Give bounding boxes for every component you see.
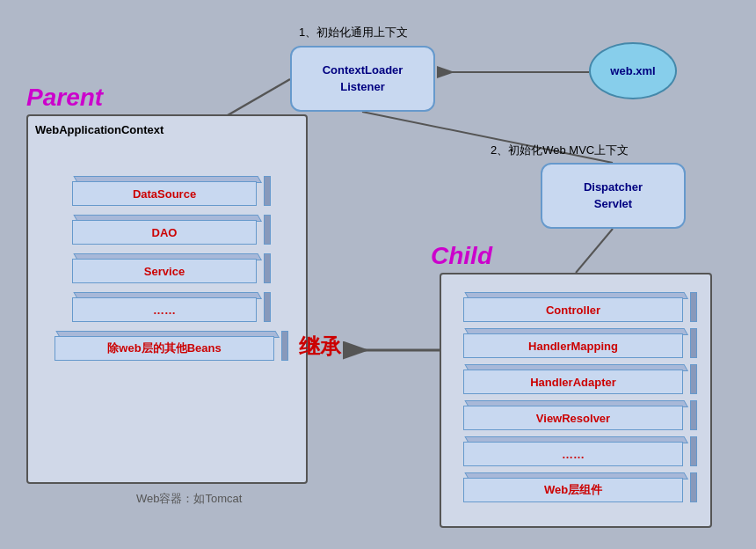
inherit-label: 继承: [299, 333, 341, 361]
web-components-label: Web层组件: [544, 482, 602, 498]
handler-adapter-bar-side: [690, 364, 697, 394]
dao-bar-front: DAO: [72, 220, 257, 245]
other-beans-label: 除web层的其他Beans: [107, 340, 221, 356]
parent-container: WebApplicationContext DataSource DAO Ser…: [26, 114, 308, 484]
context-loader-text: ContextLoader Listener: [323, 62, 403, 94]
handler-mapping-bar-front: HandlerMapping: [463, 333, 683, 358]
web-components-bar: Web层组件: [463, 472, 692, 504]
annotation-1: 1、初始化通用上下文: [299, 25, 408, 40]
service-bar: Service: [72, 253, 265, 285]
webxml-oval: web.xml: [589, 42, 677, 99]
handler-mapping-bar-side: [690, 328, 697, 358]
handler-adapter-bar-front: HandlerAdapter: [463, 370, 683, 394]
datasource-bar: DataSource: [72, 176, 265, 208]
child-bars: Controller HandlerMapping HandlerAdapter…: [450, 288, 705, 509]
view-resolver-bar-front: ViewResolver: [463, 406, 683, 430]
webapp-context-label: WebApplicationContext: [35, 123, 164, 136]
other-beans-bar-side: [281, 331, 288, 361]
ellipsis-bar-front: ……: [72, 297, 257, 322]
context-loader-box: ContextLoader Listener: [290, 46, 435, 112]
ellipsis-label: ……: [153, 304, 176, 317]
svg-line-6: [576, 229, 613, 273]
handler-adapter-label: HandlerAdapter: [530, 376, 616, 389]
dispatcher-text: Dispatcher Servlet: [584, 179, 643, 211]
service-bar-front: Service: [72, 259, 257, 283]
handler-mapping-bar: HandlerMapping: [463, 328, 692, 360]
dao-bar-side: [264, 215, 271, 245]
controller-bar-front: Controller: [463, 297, 683, 322]
web-components-bar-front: Web层组件: [463, 478, 683, 502]
parent-bars: DataSource DAO Service ……: [46, 169, 292, 370]
webxml-text: web.xml: [610, 64, 655, 77]
datasource-label: DataSource: [133, 187, 196, 201]
dao-bar: DAO: [72, 215, 265, 246]
handler-mapping-label: HandlerMapping: [528, 340, 618, 353]
controller-label: Controller: [546, 304, 600, 317]
datasource-bar-front: DataSource: [72, 181, 257, 206]
controller-bar-side: [690, 292, 697, 322]
ellipsis-bar-side: [264, 292, 271, 322]
service-label: Service: [144, 265, 185, 278]
web-container-label: Web容器：如Tomcat: [136, 491, 242, 507]
child-container: Controller HandlerMapping HandlerAdapter…: [440, 273, 712, 528]
annotation-2: 2、初始化Web MVC上下文: [491, 143, 629, 158]
parent-label: Parent: [26, 84, 103, 112]
dispatcher-box: Dispatcher Servlet: [541, 163, 686, 229]
child-ellipsis-bar: ……: [463, 436, 692, 468]
other-beans-bar: 除web层的其他Beans: [55, 331, 283, 362]
view-resolver-bar: ViewResolver: [463, 400, 692, 432]
child-ellipsis-bar-front: ……: [463, 442, 683, 466]
dao-label: DAO: [152, 226, 178, 239]
child-ellipsis-label: ……: [562, 448, 585, 461]
view-resolver-bar-side: [690, 400, 697, 430]
view-resolver-label: ViewResolver: [536, 412, 610, 425]
child-ellipsis-bar-side: [690, 436, 697, 466]
handler-adapter-bar: HandlerAdapter: [463, 364, 692, 396]
service-bar-side: [264, 253, 271, 283]
other-beans-bar-front: 除web层的其他Beans: [55, 336, 274, 361]
web-components-bar-side: [690, 472, 697, 502]
datasource-bar-side: [264, 176, 271, 206]
ellipsis-bar: ……: [72, 292, 265, 324]
child-label: Child: [431, 242, 492, 270]
controller-bar: Controller: [463, 292, 692, 324]
